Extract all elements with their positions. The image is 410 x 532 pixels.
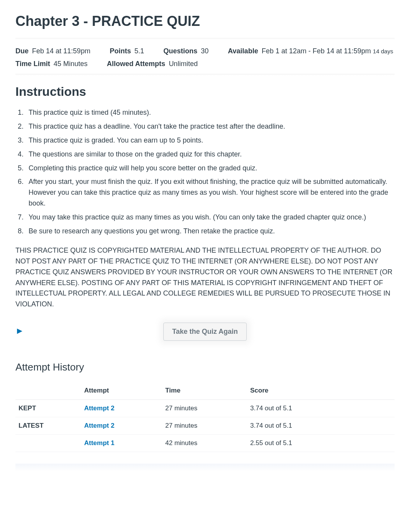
col-attempt-header: Attempt xyxy=(81,382,162,400)
meta-questions: Questions 30 xyxy=(163,45,208,57)
meta-available-value: Feb 1 at 12am - Feb 14 at 11:59pm xyxy=(262,47,371,55)
meta-timelimit: Time Limit 45 Minutes xyxy=(15,58,88,70)
attempt-status xyxy=(15,435,81,452)
table-row: Attempt 1 42 minutes 2.55 out of 5.1 xyxy=(15,435,395,452)
attempt-history-table: Attempt Time Score KEPT Attempt 2 27 min… xyxy=(15,382,395,452)
attempt-link[interactable]: Attempt 1 xyxy=(84,439,114,447)
copyright-notice: THIS PRACTICE QUIZ IS COPYRIGHTED MATERI… xyxy=(15,245,395,310)
attempt-status: LATEST xyxy=(15,417,81,435)
take-quiz-again-button[interactable]: Take the Quiz Again xyxy=(163,323,247,341)
instruction-item: After you start, your must finish the qu… xyxy=(25,177,395,209)
attempt-cell: Attempt 2 xyxy=(81,400,162,417)
meta-due-label: Due xyxy=(15,47,29,55)
instruction-item: You may take this practice quiz as many … xyxy=(25,212,395,223)
meta-timelimit-label: Time Limit xyxy=(15,60,50,68)
col-time-header: Time xyxy=(162,382,247,400)
attempt-time: 42 minutes xyxy=(162,435,247,452)
instruction-item: This practice quiz is timed (45 minutes)… xyxy=(25,107,395,118)
table-header-row: Attempt Time Score xyxy=(15,382,395,400)
col-status-header xyxy=(15,382,81,400)
attempt-link[interactable]: Attempt 2 xyxy=(84,405,114,412)
attempt-history-heading: Attempt History xyxy=(15,360,395,374)
divider xyxy=(15,74,395,75)
footer-gradient xyxy=(15,464,395,471)
divider xyxy=(15,38,395,39)
instruction-item: This practice quiz has a deadline. You c… xyxy=(25,121,395,132)
attempt-cell: Attempt 2 xyxy=(81,417,162,435)
meta-timelimit-value: 45 Minutes xyxy=(54,60,88,68)
table-row: LATEST Attempt 2 27 minutes 3.74 out of … xyxy=(15,417,395,435)
attempt-time: 27 minutes xyxy=(162,417,247,435)
instructions-heading: Instructions xyxy=(15,83,395,100)
meta-allowed-value: Unlimited xyxy=(169,60,198,68)
meta-questions-value: 30 xyxy=(201,47,208,55)
quiz-action-row: ▶ Take the Quiz Again xyxy=(15,321,395,342)
instruction-item: Be sure to research any questions you ge… xyxy=(25,226,395,237)
meta-available-days: 14 days xyxy=(373,48,393,54)
attempt-link[interactable]: Attempt 2 xyxy=(84,422,114,429)
meta-points: Points 5.1 xyxy=(110,45,144,57)
meta-points-value: 5.1 xyxy=(134,47,144,55)
meta-allowed-label: Allowed Attempts xyxy=(107,60,165,68)
meta-points-label: Points xyxy=(110,47,131,55)
disclosure-triangle-icon[interactable]: ▶ xyxy=(17,326,22,336)
attempt-score: 3.74 out of 5.1 xyxy=(247,400,395,417)
quiz-meta: Due Feb 14 at 11:59pm Points 5.1 Questio… xyxy=(15,45,395,70)
meta-due: Due Feb 14 at 11:59pm xyxy=(15,45,90,57)
meta-allowed: Allowed Attempts Unlimited xyxy=(107,58,198,70)
meta-due-value: Feb 14 at 11:59pm xyxy=(32,47,90,55)
attempt-time: 27 minutes xyxy=(162,400,247,417)
instruction-item: The questions are similar to those on th… xyxy=(25,149,395,160)
meta-questions-label: Questions xyxy=(163,47,197,55)
instruction-item: Completing this practice quiz will help … xyxy=(25,163,395,174)
attempt-score: 3.74 out of 5.1 xyxy=(247,417,395,435)
meta-available-label: Available xyxy=(228,47,258,55)
page-title: Chapter 3 - PRACTICE QUIZ xyxy=(15,12,395,31)
col-score-header: Score xyxy=(247,382,395,400)
meta-available: Available Feb 1 at 12am - Feb 14 at 11:5… xyxy=(228,45,393,57)
attempt-score: 2.55 out of 5.1 xyxy=(247,435,395,452)
table-row: KEPT Attempt 2 27 minutes 3.74 out of 5.… xyxy=(15,400,395,417)
instruction-item: This practice quiz is graded. You can ea… xyxy=(25,135,395,146)
attempt-status: KEPT xyxy=(15,400,81,417)
attempt-cell: Attempt 1 xyxy=(81,435,162,452)
instructions-list: This practice quiz is timed (45 minutes)… xyxy=(15,107,395,237)
